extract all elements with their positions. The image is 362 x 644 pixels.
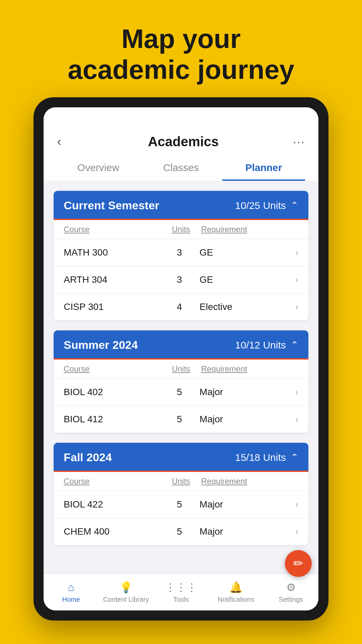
hero-section: Map your academic journey [0, 0, 362, 85]
semester-block-fall: Fall 2024 15/18 Units ⌃ Course Units Req… [54, 443, 308, 545]
table-row[interactable]: BIOL 402 5 Major › [54, 379, 308, 406]
nav-label-settings: Settings [279, 596, 303, 603]
table-row[interactable]: MATH 300 3 GE › [54, 239, 308, 266]
col-req-header: Requirement [201, 364, 298, 374]
nav-item-notifications[interactable]: 🔔 Notifications [208, 581, 263, 603]
course-name: BIOL 402 [64, 387, 159, 397]
col-course-header: Course [64, 364, 161, 374]
fab-edit-button[interactable]: ✏ [285, 550, 312, 577]
course-requirement: Major [199, 499, 295, 510]
tab-planner[interactable]: Planner [222, 156, 305, 181]
home-icon: ⌂ [68, 581, 74, 594]
chevron-right-icon: › [295, 526, 298, 537]
semester-name-current: Current Semester [64, 199, 159, 212]
col-units-header: Units [161, 477, 201, 486]
col-units-header: Units [161, 364, 201, 374]
table-row[interactable]: CISP 301 4 Elective › [54, 293, 308, 320]
course-name: CHEM 400 [64, 526, 159, 537]
course-units: 5 [159, 499, 199, 510]
nav-label-tools: Tools [173, 596, 189, 603]
chevron-right-icon: › [295, 274, 298, 285]
course-name: BIOL 422 [64, 499, 159, 510]
col-headers-summer: Course Units Requirement [54, 360, 308, 379]
semester-units-row-current: 10/25 Units ⌃ [235, 200, 298, 211]
course-units: 5 [159, 387, 199, 397]
course-requirement: GE [199, 247, 295, 258]
chevron-right-icon: › [295, 414, 298, 425]
page-title: Academics [148, 134, 219, 149]
header-row: ‹ Academics ··· [57, 134, 305, 156]
course-name: ARTH 304 [64, 274, 159, 285]
semester-block-current: Current Semester 10/25 Units ⌃ Course Un… [54, 191, 308, 320]
notifications-icon: 🔔 [229, 581, 243, 594]
col-headers-current: Course Units Requirement [54, 220, 308, 239]
table-row[interactable]: CHEM 400 5 Major › [54, 518, 308, 545]
course-requirement: Elective [199, 302, 295, 312]
semester-units-row-summer: 10/12 Units ⌃ [235, 339, 298, 351]
nav-item-settings[interactable]: ⚙ Settings [263, 581, 318, 603]
chevron-right-icon: › [295, 499, 298, 510]
table-row[interactable]: ARTH 304 3 GE › [54, 266, 308, 293]
tab-classes[interactable]: Classes [140, 156, 223, 181]
hero-title: Map your academic journey [0, 0, 362, 85]
course-requirement: Major [199, 387, 295, 397]
tabs-row: Overview Classes Planner [57, 156, 305, 181]
tab-overview[interactable]: Overview [57, 156, 140, 181]
course-name: CISP 301 [64, 302, 159, 312]
device-frame: ‹ Academics ··· Overview Classes Planner… [34, 97, 328, 621]
status-bar [44, 107, 318, 127]
content-library-icon: 💡 [119, 581, 133, 594]
semester-header-fall[interactable]: Fall 2024 15/18 Units ⌃ [54, 443, 308, 472]
semester-units-current: 10/25 Units [235, 200, 286, 211]
col-units-header: Units [161, 225, 201, 234]
back-button[interactable]: ‹ [57, 135, 74, 149]
settings-icon: ⚙ [286, 581, 296, 594]
course-requirement: Major [199, 526, 295, 537]
device-screen: ‹ Academics ··· Overview Classes Planner… [44, 107, 318, 610]
semester-name-summer: Summer 2024 [64, 338, 138, 352]
semester-units-summer: 10/12 Units [235, 339, 286, 351]
table-row[interactable]: BIOL 422 5 Major › [54, 491, 308, 518]
chevron-right-icon: › [295, 387, 298, 397]
nav-item-tools[interactable]: ⋮⋮⋮ Tools [154, 581, 208, 603]
col-course-header: Course [64, 477, 161, 486]
col-req-header: Requirement [201, 225, 298, 234]
chevron-up-icon-current: ⌃ [291, 200, 298, 211]
chevron-right-icon: › [295, 302, 298, 312]
semester-name-fall: Fall 2024 [64, 451, 112, 464]
course-requirement: GE [199, 274, 295, 285]
col-course-header: Course [64, 225, 161, 234]
semester-header-current[interactable]: Current Semester 10/25 Units ⌃ [54, 191, 308, 220]
table-row[interactable]: BIOL 412 5 Major › [54, 406, 308, 433]
course-units: 4 [159, 302, 199, 312]
course-units: 5 [159, 414, 199, 425]
nav-item-content-library[interactable]: 💡 Content Library [99, 581, 154, 603]
course-name: BIOL 412 [64, 414, 159, 425]
semester-header-summer[interactable]: Summer 2024 10/12 Units ⌃ [54, 330, 308, 360]
semester-units-row-fall: 15/18 Units ⌃ [235, 452, 298, 463]
semester-units-fall: 15/18 Units [235, 452, 286, 463]
scroll-content: Current Semester 10/25 Units ⌃ Course Un… [44, 181, 318, 574]
chevron-up-icon-summer: ⌃ [291, 339, 298, 351]
chevron-right-icon: › [295, 247, 298, 258]
col-headers-fall: Course Units Requirement [54, 472, 308, 491]
nav-label-home: Home [62, 596, 80, 603]
nav-item-home[interactable]: ⌂ Home [44, 581, 99, 603]
course-units: 3 [159, 247, 199, 258]
more-button[interactable]: ··· [293, 135, 305, 149]
tools-icon: ⋮⋮⋮ [165, 581, 197, 594]
bottom-nav: ⌂ Home 💡 Content Library ⋮⋮⋮ Tools 🔔 Not… [44, 574, 318, 610]
chevron-up-icon-fall: ⌃ [291, 452, 298, 463]
nav-label-content-library: Content Library [103, 596, 149, 603]
nav-label-notifications: Notifications [218, 596, 254, 603]
app-header: ‹ Academics ··· Overview Classes Planner [44, 127, 318, 181]
course-units: 3 [159, 274, 199, 285]
semester-block-summer: Summer 2024 10/12 Units ⌃ Course Units R… [54, 330, 308, 433]
course-units: 5 [159, 526, 199, 537]
course-requirement: Major [199, 414, 295, 425]
col-req-header: Requirement [201, 477, 298, 486]
course-name: MATH 300 [64, 247, 159, 258]
edit-icon: ✏ [293, 556, 303, 571]
